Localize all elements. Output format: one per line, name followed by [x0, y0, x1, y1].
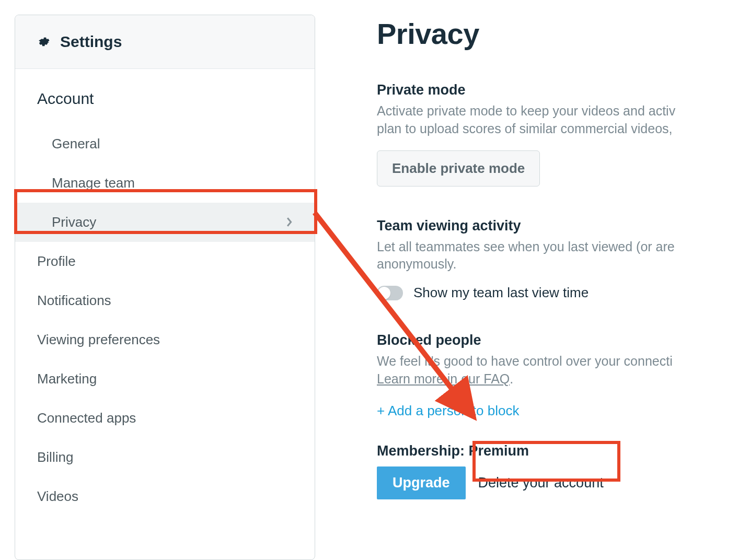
sidebar-item-label: Videos — [37, 488, 78, 504]
sidebar-item-label: Marketing — [37, 371, 97, 387]
team-view-toggle-row: Show my team last view time — [377, 285, 738, 301]
sidebar-item-label: General — [52, 136, 100, 152]
delete-account-link[interactable]: Delete your account — [466, 466, 616, 499]
sidebar-item-general[interactable]: General — [15, 124, 315, 164]
section-team-activity: Team viewing activity Let all teammates … — [377, 218, 738, 301]
blocked-people-desc: We feel it's good to have control over y… — [377, 353, 738, 370]
gear-icon — [37, 35, 51, 49]
section-membership: Membership: Premium Upgrade Delete your … — [377, 443, 738, 499]
section-blocked-people: Blocked people We feel it's good to have… — [377, 332, 738, 419]
page-title: Privacy — [377, 17, 738, 51]
sidebar-item-label: Viewing preferences — [37, 332, 160, 347]
main-content: Privacy Private mode Activate private mo… — [315, 15, 738, 560]
sidebar-header: Settings — [15, 15, 315, 69]
membership-heading: Membership: Premium — [377, 443, 738, 459]
sidebar-item-billing[interactable]: Billing — [15, 438, 315, 477]
sidebar-item-profile[interactable]: Profile — [15, 242, 315, 281]
chevron-right-icon — [286, 214, 293, 230]
sidebar-item-label: Manage team — [52, 175, 135, 191]
team-view-toggle-label: Show my team last view time — [413, 285, 589, 301]
add-person-to-block-link[interactable]: + Add a person to block — [377, 403, 519, 419]
sidebar-item-marketing[interactable]: Marketing — [15, 359, 315, 399]
sidebar-item-label: Profile — [37, 253, 76, 269]
sidebar-item-viewing-preferences[interactable]: Viewing preferences — [15, 320, 315, 359]
private-mode-desc-2: plan to upload scores of similar commerc… — [377, 120, 738, 138]
team-view-toggle[interactable] — [377, 286, 403, 300]
sidebar-section-title-account[interactable]: Account — [15, 90, 315, 124]
sidebar-item-connected-apps[interactable]: Connected apps — [15, 399, 315, 438]
sidebar-item-label: Billing — [37, 449, 73, 465]
private-mode-heading: Private mode — [377, 82, 738, 98]
upgrade-button[interactable]: Upgrade — [377, 466, 466, 499]
team-activity-heading: Team viewing activity — [377, 218, 738, 234]
sidebar-item-privacy[interactable]: Privacy — [15, 203, 315, 242]
settings-sidebar: Settings Account General Manage team Pri… — [15, 15, 315, 560]
sidebar-item-label: Privacy — [52, 214, 96, 230]
sidebar-section-account: Account General Manage team Privacy — [15, 69, 315, 242]
sidebar-item-manage-team[interactable]: Manage team — [15, 164, 315, 203]
sidebar-item-videos[interactable]: Videos — [15, 477, 315, 516]
blocked-people-heading: Blocked people — [377, 332, 738, 348]
blocked-faq-link[interactable]: Learn more in our FAQ — [377, 371, 510, 386]
enable-private-mode-button[interactable]: Enable private mode — [377, 150, 540, 186]
team-activity-desc-1: Let all teammates see when you last view… — [377, 238, 738, 256]
team-activity-desc-2: anonymously. — [377, 255, 738, 273]
section-private-mode: Private mode Activate private mode to ke… — [377, 82, 738, 186]
private-mode-desc-1: Activate private mode to keep your video… — [377, 102, 738, 120]
sidebar-item-label: Notifications — [37, 293, 111, 308]
sidebar-item-notifications[interactable]: Notifications — [15, 281, 315, 320]
sidebar-item-label: Connected apps — [37, 410, 136, 426]
sidebar-title: Settings — [60, 33, 122, 51]
